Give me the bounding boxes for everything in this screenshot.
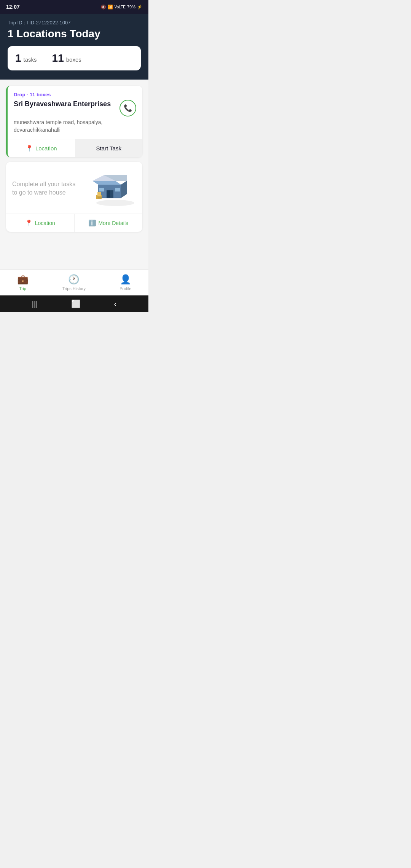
task-card: Drop - 11 boxes Sri Byraveshwara Enterpr…: [6, 86, 142, 157]
task-type: Drop - 11 boxes: [14, 92, 136, 97]
status-time: 12:07: [6, 4, 20, 10]
warehouse-location-icon: 📍: [25, 219, 33, 227]
warehouse-image: [87, 169, 136, 207]
start-task-label: Start Task: [96, 145, 121, 152]
more-details-label: More Details: [98, 220, 128, 226]
start-task-button[interactable]: Start Task: [75, 139, 143, 157]
warehouse-card: Complete all your tasks to go to ware ho…: [6, 162, 142, 232]
home-button[interactable]: ⬜: [71, 299, 81, 308]
task-name-row: Sri Byraveshwara Enterprises 📞: [14, 100, 136, 116]
lte-icon: VoLTE: [115, 5, 126, 9]
task-card-body: Drop - 11 boxes Sri Byraveshwara Enterpr…: [8, 86, 142, 134]
task-actions: 📍 Location Start Task: [8, 139, 142, 157]
main-content: Drop - 11 boxes Sri Byraveshwara Enterpr…: [0, 80, 148, 269]
header: Trip ID : TID-27122022-1007 1 Locations …: [0, 14, 148, 80]
warehouse-body: Complete all your tasks to go to ware ho…: [6, 162, 142, 214]
svg-rect-8: [99, 188, 104, 191]
wifi-icon: 📶: [108, 5, 113, 10]
tasks-count: 1: [15, 52, 21, 64]
boxes-stat: 11 boxes: [52, 52, 81, 64]
back-button[interactable]: ‹: [114, 300, 117, 308]
svg-point-0: [96, 200, 134, 206]
page-title: 1 Locations Today: [8, 28, 141, 40]
mute-icon: 🔇: [101, 5, 106, 10]
system-nav-bar: ||| ⬜ ‹: [0, 295, 148, 312]
boxes-count: 11: [52, 52, 64, 64]
warehouse-message: Complete all your tasks to go to ware ho…: [12, 180, 80, 197]
location-label: Location: [35, 145, 57, 152]
recents-button[interactable]: |||: [32, 300, 38, 308]
warehouse-actions: 📍 Location ℹ️ More Details: [6, 214, 142, 232]
stats-card: 1 tasks 11 boxes: [8, 46, 141, 70]
nav-trips-history[interactable]: 🕐 Trips History: [55, 273, 93, 292]
profile-icon: 👤: [120, 274, 131, 285]
task-name: Sri Byraveshwara Enterprises: [14, 100, 115, 108]
phone-button[interactable]: 📞: [119, 100, 136, 116]
status-icons: 🔇 📶 VoLTE 79% ⚡: [101, 5, 142, 10]
svg-rect-11: [97, 192, 101, 196]
warehouse-location-button[interactable]: 📍 Location: [6, 214, 74, 232]
nav-profile-label: Profile: [119, 286, 131, 291]
info-icon: ℹ️: [88, 219, 96, 227]
history-icon: 🕐: [68, 274, 80, 285]
nav-trip-label: Trip: [19, 286, 26, 291]
tasks-stat: 1 tasks: [15, 52, 37, 64]
task-address: muneshwara temple road, hosapalya, devar…: [14, 119, 136, 134]
tasks-label: tasks: [24, 56, 37, 63]
svg-marker-3: [121, 181, 127, 198]
charging-icon: ⚡: [137, 5, 142, 10]
trip-id: Trip ID : TID-27122022-1007: [8, 20, 141, 26]
boxes-label: boxes: [66, 56, 81, 63]
location-button[interactable]: 📍 Location: [8, 139, 75, 157]
bottom-nav: 💼 Trip 🕐 Trips History 👤 Profile: [0, 269, 148, 295]
battery-icon: 79%: [127, 5, 135, 9]
nav-trips-history-label: Trips History: [62, 286, 86, 291]
svg-rect-7: [107, 190, 110, 198]
location-icon: 📍: [25, 145, 33, 152]
nav-profile[interactable]: 👤 Profile: [112, 273, 139, 292]
trip-icon: 💼: [17, 274, 29, 285]
svg-marker-2: [92, 181, 121, 185]
status-bar: 12:07 🔇 📶 VoLTE 79% ⚡: [0, 0, 148, 14]
phone-icon: 📞: [124, 104, 132, 112]
svg-rect-9: [115, 188, 120, 191]
more-details-button[interactable]: ℹ️ More Details: [74, 214, 143, 232]
nav-trip[interactable]: 💼 Trip: [10, 273, 36, 292]
warehouse-location-label: Location: [35, 220, 55, 226]
